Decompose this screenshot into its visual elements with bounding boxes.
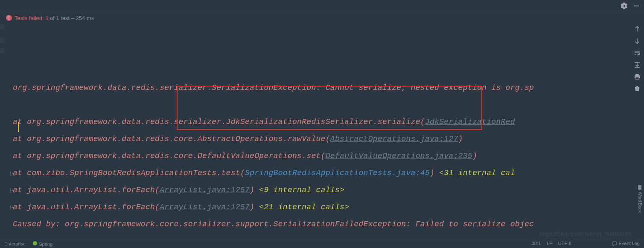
test-failed-count: 1: [46, 15, 49, 21]
svg-rect-0: [634, 6, 639, 6]
book-icon: [637, 185, 642, 190]
console-output: org.springframework.data.redis.serialize…: [5, 24, 630, 235]
word-book-tab[interactable]: Word Book: [636, 183, 643, 214]
source-link[interactable]: ArrayList.java:1257: [160, 186, 250, 194]
expand-fold-icon[interactable]: +: [10, 205, 15, 210]
source-link[interactable]: SpringBootRedisApplicationTests.java:45: [245, 169, 430, 177]
event-log-button[interactable]: Event Log: [612, 241, 640, 246]
test-failed-label: Tests failed:: [15, 15, 44, 21]
minimize-icon[interactable]: [633, 3, 640, 9]
error-icon: !: [6, 15, 12, 21]
spring-tab[interactable]: Spring: [32, 241, 52, 247]
scroll-to-end-icon[interactable]: [634, 61, 641, 68]
left-gutter: s s s: [0, 24, 5, 235]
expand-fold-icon[interactable]: +: [10, 188, 15, 193]
cursor-position[interactable]: 38:1: [532, 241, 541, 246]
top-bar: [0, 0, 644, 12]
gutter-marker[interactable]: s: [0, 24, 4, 29]
gutter-marker[interactable]: s: [0, 37, 4, 43]
exception-line: org.springframework.data.redis.serialize…: [13, 79, 622, 96]
print-icon[interactable]: [634, 73, 641, 80]
stack-line: at java.util.ArrayList.forEach(ArrayList…: [13, 182, 622, 199]
stack-line: at com.zibo.SpringBootRedisApplicationTe…: [13, 164, 622, 182]
trash-icon[interactable]: [634, 85, 641, 92]
source-link[interactable]: DefaultValueOperations.java:235: [326, 152, 472, 160]
test-status-bar: ! Tests failed: 1 of 1 test – 254 ms: [0, 12, 644, 24]
editor-status-widgets: 38:1 LF UTF-8: [532, 239, 571, 248]
watermark: https://blog.csdn.net/qq_29689343: [539, 231, 631, 237]
gutter-marker[interactable]: s: [0, 48, 4, 53]
enterprise-label[interactable]: Enterprise: [4, 241, 26, 246]
stack-line: at org.springframework.data.redis.core.A…: [13, 130, 622, 147]
arrow-up-icon[interactable]: [634, 26, 641, 32]
source-link[interactable]: JdkSerializationRed: [425, 118, 515, 126]
soft-wrap-icon[interactable]: [634, 49, 641, 56]
svg-point-5: [33, 241, 37, 245]
svg-rect-1: [635, 74, 639, 75]
caused-by-line: Caused by: org.springframework.core.seri…: [13, 216, 622, 233]
line-separator[interactable]: LF: [547, 241, 552, 246]
text-caret: [18, 122, 19, 132]
svg-rect-3: [635, 77, 639, 79]
console-right-toolbar: [632, 26, 642, 92]
test-of-text: of 1 test – 254 ms: [50, 15, 94, 21]
stack-line: at java.util.ArrayList.forEach(ArrayList…: [13, 199, 622, 216]
stack-line: at org.springframework.data.redis.core.D…: [13, 147, 622, 164]
source-link[interactable]: ArrayList.java:1257: [160, 203, 250, 211]
bubble-icon: [612, 241, 617, 246]
gear-icon[interactable]: [621, 3, 628, 9]
source-link[interactable]: AbstractOperations.java:127: [330, 135, 458, 143]
svg-rect-4: [638, 185, 641, 190]
stack-line: at org.springframework.data.redis.serial…: [13, 113, 622, 130]
arrow-down-icon[interactable]: [634, 37, 641, 44]
file-encoding[interactable]: UTF-8: [558, 241, 571, 246]
expand-fold-icon[interactable]: +: [10, 171, 15, 176]
spring-icon: [32, 241, 38, 246]
